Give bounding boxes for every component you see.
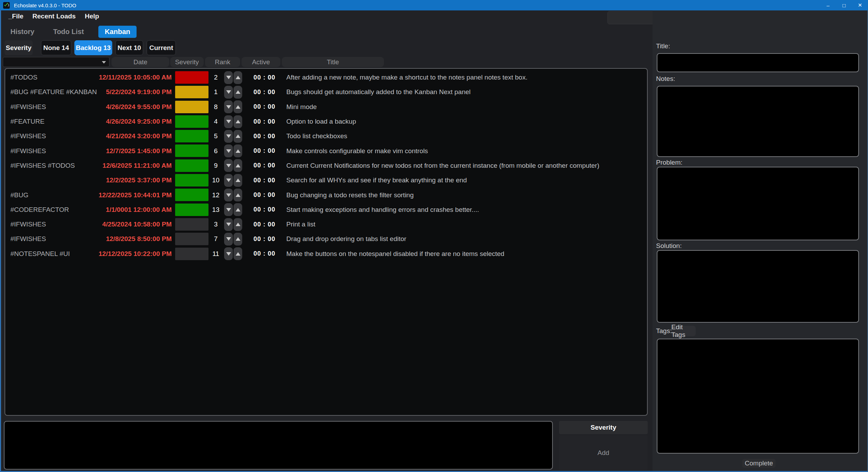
rank-up-button[interactable] — [234, 130, 242, 143]
rank-up-button[interactable] — [234, 233, 242, 246]
table-row[interactable]: 12/2/2025 3:37:00 PM 10 00 : 00 Search f… — [5, 173, 647, 188]
up-arrow-icon — [236, 76, 240, 79]
close-button[interactable]: ✕ — [852, 0, 868, 10]
severity-bar — [175, 101, 208, 113]
row-active-time: 00 : 00 — [248, 143, 280, 158]
severity-filter-label[interactable]: Severity — [5, 40, 33, 55]
row-rank: 5 — [208, 129, 223, 143]
app-icon — [3, 2, 10, 9]
tab-todo-list[interactable]: Todo List — [49, 26, 88, 38]
up-arrow-icon — [236, 120, 240, 123]
rank-down-button[interactable] — [224, 159, 233, 172]
down-arrow-icon — [226, 179, 231, 182]
rank-down-button[interactable] — [224, 115, 233, 128]
table-row[interactable]: #IFWISHES 4/25/2024 10:58:00 PM 3 00 : 0… — [5, 217, 647, 232]
table-row[interactable]: #BUG 12/22/2025 10:44:01 PM 12 00 : 00 B… — [5, 188, 647, 202]
column-header-severity[interactable]: Severity — [170, 57, 204, 67]
details-panel: Title: Notes: Problem: Solution: Tags: E… — [653, 10, 867, 471]
problem-field[interactable] — [657, 167, 859, 240]
tag-filter-dropdown[interactable] — [3, 57, 109, 67]
rank-controls — [224, 70, 242, 85]
row-title: Bugs should get automatically added to t… — [286, 85, 644, 99]
rank-down-button[interactable] — [224, 100, 233, 113]
title-field[interactable] — [657, 53, 859, 72]
filter-current-button[interactable]: Current — [147, 40, 176, 55]
down-arrow-icon — [226, 193, 231, 197]
rank-up-button[interactable] — [234, 174, 242, 187]
app-window: Echoslate v4.0.3.0 - TODO – □ ✕ _File Re… — [0, 0, 868, 472]
row-rank: 7 — [208, 232, 223, 246]
add-button[interactable]: Add — [559, 435, 648, 470]
column-header-date[interactable]: Date — [112, 57, 169, 67]
row-tags: #IFWISHES — [10, 143, 46, 158]
table-row[interactable]: #IFWISHES 12/7/2025 1:45:00 PM 6 00 : 00… — [5, 143, 647, 158]
row-rank: 12 — [208, 188, 223, 202]
solution-field[interactable] — [657, 250, 859, 323]
rank-up-button[interactable] — [234, 218, 242, 231]
table-row[interactable]: #BUG #FEATURE #KANBAN 5/22/2024 9:19:00 … — [5, 85, 647, 99]
row-title: Option to load a backup — [286, 114, 644, 129]
rank-up-button[interactable] — [234, 144, 242, 157]
rank-up-button[interactable] — [234, 100, 242, 113]
table-row[interactable]: #FEATURE 4/26/2024 9:25:00 PM 4 00 : 00 … — [5, 114, 647, 129]
minimize-button[interactable]: – — [820, 0, 836, 10]
row-active-time: 00 : 00 — [248, 202, 280, 217]
menu-file[interactable]: _File — [8, 13, 23, 20]
rank-controls — [224, 129, 242, 143]
rank-controls — [224, 100, 242, 114]
menu-help[interactable]: Help — [85, 13, 99, 20]
down-arrow-icon — [226, 90, 231, 94]
table-row[interactable]: #IFWISHES 12/8/2025 8:50:00 PM 7 00 : 00… — [5, 232, 647, 246]
rank-up-button[interactable] — [234, 247, 242, 260]
row-title: Bug changing a todo resets the filter so… — [286, 188, 644, 202]
rank-down-button[interactable] — [224, 144, 233, 157]
rank-up-button[interactable] — [234, 115, 242, 128]
table-row[interactable]: #CODEREFACTOR 1/1/0001 12:00:00 AM 13 00… — [5, 202, 647, 217]
up-arrow-icon — [236, 164, 240, 167]
row-active-time: 00 : 00 — [248, 158, 280, 173]
rank-controls — [224, 143, 242, 158]
rank-down-button[interactable] — [224, 130, 233, 143]
rank-up-button[interactable] — [234, 159, 242, 172]
complete-button[interactable]: Complete — [742, 459, 776, 468]
maximize-button[interactable]: □ — [836, 0, 852, 10]
table-row[interactable]: #NOTESPANEL #UI 12/12/2025 10:22:00 PM 1… — [5, 247, 647, 261]
table-row[interactable]: #IFWISHES 4/21/2024 3:20:00 PM 5 00 : 00… — [5, 129, 647, 143]
table-row[interactable]: #IFWISHES 4/26/2024 9:55:00 PM 8 00 : 00… — [5, 100, 647, 114]
rank-down-button[interactable] — [224, 218, 233, 231]
rank-up-button[interactable] — [234, 189, 242, 201]
up-arrow-icon — [236, 252, 240, 256]
rank-down-button[interactable] — [224, 174, 233, 187]
filter-none-button[interactable]: None 14 — [41, 40, 71, 55]
tags-list-box[interactable] — [657, 339, 859, 454]
row-active-time: 00 : 00 — [248, 114, 280, 129]
severity-bar — [175, 248, 208, 260]
rank-down-button[interactable] — [224, 86, 233, 99]
table-row[interactable]: #IFWISHES #TODOS 12/6/2025 11:21:00 AM 9… — [5, 158, 647, 173]
filter-backlog-button[interactable]: Backlog 13 — [74, 40, 112, 55]
tab-kanban[interactable]: Kanban — [98, 26, 136, 38]
column-header-rank[interactable]: Rank — [205, 57, 240, 67]
edit-tags-button[interactable]: Edit Tags — [671, 326, 696, 336]
rank-up-button[interactable] — [234, 86, 242, 99]
menu-recent-loads[interactable]: Recent Loads — [32, 13, 76, 20]
rank-controls — [224, 85, 242, 99]
severity-bar — [175, 130, 208, 142]
rank-up-button[interactable] — [234, 71, 242, 84]
column-header-title[interactable]: Title — [282, 57, 384, 67]
notes-field[interactable] — [657, 86, 859, 157]
table-row[interactable]: #TODOS 12/11/2025 10:05:00 AM 2 00 : 00 … — [5, 70, 647, 85]
column-header-active[interactable]: Active — [241, 57, 280, 67]
rank-down-button[interactable] — [224, 71, 233, 84]
rank-down-button[interactable] — [224, 203, 233, 216]
row-active-time: 00 : 00 — [248, 129, 280, 143]
compose-severity-header[interactable]: Severity — [559, 421, 648, 434]
titlebar: Echoslate v4.0.3.0 - TODO – □ ✕ — [0, 0, 868, 10]
rank-down-button[interactable] — [224, 233, 233, 246]
new-todo-input[interactable] — [4, 421, 553, 470]
rank-down-button[interactable] — [224, 247, 233, 260]
tab-history[interactable]: History — [6, 26, 39, 38]
rank-up-button[interactable] — [234, 203, 242, 216]
rank-down-button[interactable] — [224, 189, 233, 201]
filter-next-button[interactable]: Next 10 — [115, 40, 143, 55]
